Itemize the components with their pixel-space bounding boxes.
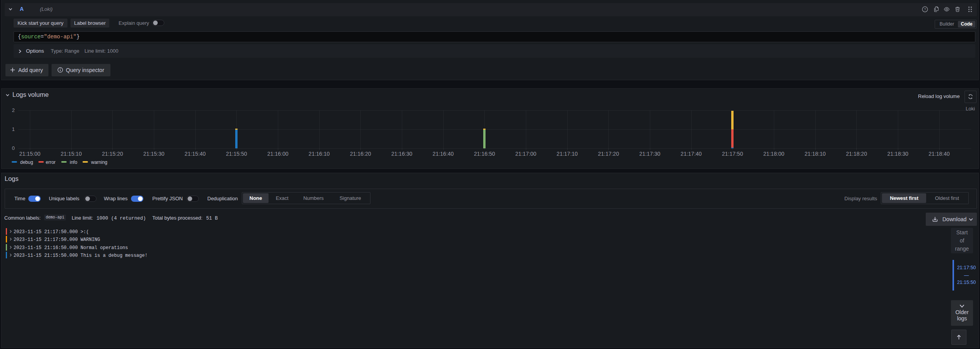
svg-text:?: ? [924, 7, 926, 11]
